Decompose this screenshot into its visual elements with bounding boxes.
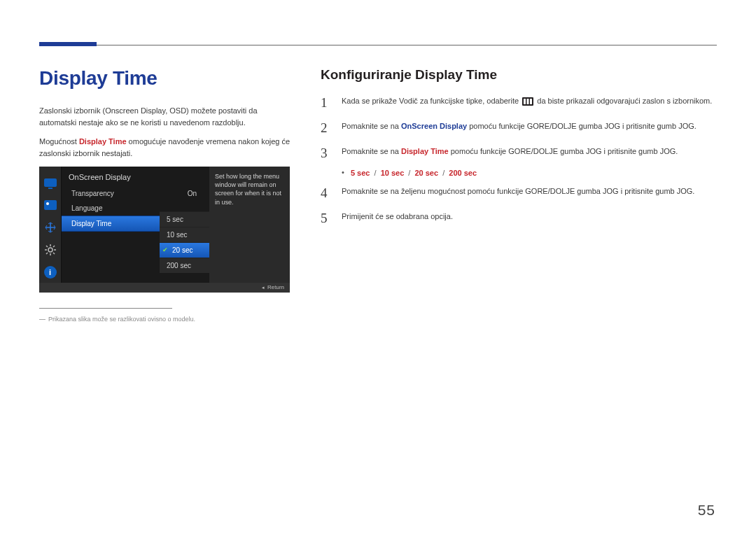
right-column: Konfiguriranje Display Time 1 Kada se pr… — [321, 67, 717, 323]
intro-paragraph-1: Zaslonski izbornik (Onscreen Display, OS… — [39, 105, 291, 129]
step-4-number: 4 — [321, 185, 332, 199]
svg-line-7 — [53, 246, 55, 247]
steps-list: 1 Kada se prikaže Vodič za funkcijske ti… — [321, 95, 717, 160]
content-columns: Display Time Zaslonski izbornik (Onscree… — [39, 67, 717, 323]
gear-icon — [44, 244, 57, 256]
step-2-number: 2 — [321, 120, 332, 134]
step-3-a: Pomaknite se na — [342, 147, 401, 155]
section-title: Display Time — [39, 67, 291, 90]
page: Display Time Zaslonski izbornik (Onscree… — [0, 0, 756, 534]
monitor-icon — [44, 176, 57, 189]
step-2: 2 Pomaknite se na OnScreen Display pomoć… — [321, 120, 717, 134]
step-5-number: 5 — [321, 211, 332, 225]
steps-list-2: 4 Pomaknite se na željenu mogućnost pomo… — [321, 185, 717, 225]
svg-rect-10 — [524, 99, 526, 104]
step-2-blue: OnScreen Display — [401, 122, 467, 130]
osd-main: OnScreen Display Transparency On Languag… — [62, 167, 209, 283]
svg-point-0 — [48, 248, 52, 252]
info-icon: i — [44, 266, 57, 279]
svg-rect-11 — [527, 99, 529, 104]
svg-line-6 — [53, 253, 55, 254]
page-number: 55 — [698, 502, 715, 519]
step-3-body: Pomaknite se na Display Time pomoću funk… — [342, 146, 717, 160]
step-3-number: 3 — [321, 146, 332, 160]
svg-rect-12 — [530, 99, 532, 104]
svg-line-8 — [46, 253, 48, 254]
osd-displaytime-label: Display Time — [71, 220, 111, 227]
picture-icon — [44, 199, 57, 211]
step-1-body: Kada se prikaže Vodič za funkcijske tipk… — [342, 95, 717, 109]
intro2-a: Mogućnost — [39, 137, 79, 146]
osd-sidebar: i — [39, 167, 62, 293]
intro-paragraph-2: Mogućnost Display Time omogućuje navođen… — [39, 136, 291, 160]
footnote-dash: ― — [39, 316, 46, 323]
move-icon — [44, 221, 57, 234]
opt-20sec: 20 sec — [414, 169, 438, 177]
osd-screenshot: i OnScreen Display Transparency On Langu… — [39, 167, 290, 293]
osd-description: Set how long the menu window will remain… — [209, 167, 290, 283]
step-2-a: Pomaknite se na — [342, 122, 401, 130]
options-line: • 5 sec / 10 sec / 20 sec / 200 sec — [342, 168, 717, 177]
opt-200sec: 200 sec — [449, 169, 477, 177]
step-1-b: da biste prikazali odgovarajući zaslon s… — [535, 97, 712, 105]
top-rule — [39, 45, 717, 45]
svg-line-5 — [46, 246, 48, 247]
opt-5sec: 5 sec — [351, 169, 370, 177]
footnote: ―Prikazana slika može se razlikovati ovi… — [39, 316, 291, 323]
footnote-text: Prikazana slika može se razlikovati ovis… — [48, 316, 195, 323]
step-5-body: Primijenit će se odabrana opcija. — [342, 211, 717, 225]
step-1: 1 Kada se prikaže Vodič za funkcijske ti… — [321, 95, 717, 109]
osd-language-label: Language — [71, 204, 103, 212]
osd-option-20sec-label: 20 sec — [167, 246, 192, 254]
step-2-b: pomoću funkcije GORE/DOLJE gumba JOG i p… — [467, 122, 696, 130]
step-1-a: Kada se prikaže Vodič za funkcijske tipk… — [342, 97, 521, 105]
osd-title: OnScreen Display — [62, 167, 209, 186]
top-rule-accent — [39, 42, 97, 46]
opt-10sec: 10 sec — [381, 169, 405, 177]
bullet-icon: • — [342, 168, 344, 176]
menu-grid-icon — [522, 97, 533, 109]
step-4: 4 Pomaknite se na željenu mogućnost pomo… — [321, 185, 717, 199]
osd-return: Return — [39, 283, 290, 293]
step-5: 5 Primijenit će se odabrana opcija. — [321, 211, 717, 225]
footnote-rule — [39, 308, 172, 309]
step-3-b: pomoću funkcije GORE/DOLJE gumba JOG i p… — [449, 147, 678, 155]
step-3: 3 Pomaknite se na Display Time pomoću fu… — [321, 146, 717, 160]
step-4-body: Pomaknite se na željenu mogućnost pomoću… — [342, 185, 717, 199]
step-1-number: 1 — [321, 95, 332, 109]
osd-row-transparency: Transparency On — [62, 186, 209, 201]
osd-transparency-value: On — [188, 190, 197, 197]
subsection-title: Konfiguriranje Display Time — [321, 67, 717, 83]
osd-transparency-label: Transparency — [71, 190, 114, 197]
step-2-body: Pomaknite se na OnScreen Display pomoću … — [342, 120, 717, 134]
intro2-red: Display Time — [79, 137, 127, 146]
left-column: Display Time Zaslonski izbornik (Onscree… — [39, 67, 291, 323]
step-3-red: Display Time — [401, 147, 449, 155]
